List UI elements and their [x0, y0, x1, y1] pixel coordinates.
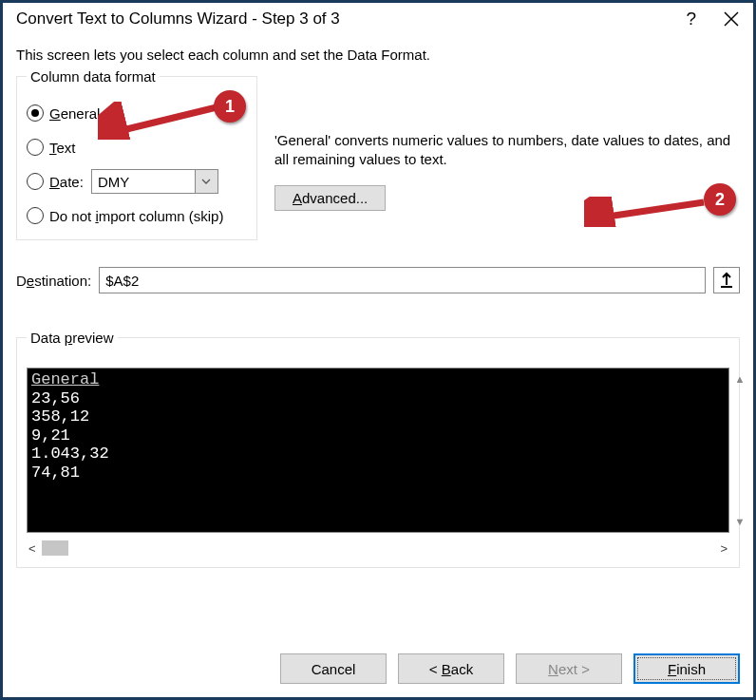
chevron-down-icon: [201, 179, 211, 184]
collapse-dialog-icon: [719, 272, 734, 289]
radio-label: Date:: [49, 174, 84, 190]
preview-row: 358,12: [31, 407, 725, 426]
preview-frame: General 23,56 358,12 9,21 1.043,32 74,81…: [27, 368, 729, 533]
advanced-button[interactable]: Advanced...: [274, 185, 386, 211]
destination-row: DEstination:: [16, 267, 740, 293]
scroll-right-icon[interactable]: >: [718, 541, 729, 556]
preview-box[interactable]: General 23,56 358,12 9,21 1.043,32 74,81: [27, 368, 729, 533]
radio-icon: [27, 104, 44, 122]
window-title: Convert Text to Columns Wizard - Step 3 …: [16, 9, 340, 28]
preview-column-header: General: [31, 370, 725, 389]
wizard-dialog: Convert Text to Columns Wizard - Step 3 …: [0, 0, 756, 700]
close-icon: [723, 10, 740, 28]
help-button[interactable]: ?: [686, 9, 696, 29]
destination-input[interactable]: [99, 267, 706, 293]
radio-icon: [27, 173, 44, 190]
dialog-content: This screen lets you select each column …: [3, 39, 753, 568]
annotation-badge-2: 2: [704, 183, 736, 216]
preview-row: 1.043,32: [31, 445, 725, 464]
format-area: Column data format General Text Date: DM…: [16, 76, 740, 240]
radio-label: Do not import column (skip): [49, 208, 223, 224]
format-legend: Column data format: [27, 68, 160, 85]
destination-label: DEstination:: [16, 273, 91, 289]
close-button[interactable]: [723, 10, 740, 28]
format-info-text: 'General' converts numeric values to num…: [274, 131, 740, 170]
scroll-track[interactable]: [42, 540, 715, 556]
scroll-left-icon[interactable]: <: [27, 541, 38, 556]
radio-date[interactable]: Date: DMY: [27, 167, 247, 196]
next-button: Next >: [516, 653, 622, 684]
finish-button[interactable]: Finish: [633, 653, 740, 684]
format-info: 'General' converts numeric values to num…: [274, 76, 740, 211]
instruction-text: This screen lets you select each column …: [16, 47, 740, 63]
button-row: Cancel < Back Next > Finish: [280, 653, 740, 684]
range-picker-button[interactable]: [713, 267, 740, 293]
data-preview-group: Data preview General 23,56 358,12 9,21 1…: [16, 337, 740, 568]
date-format-select[interactable]: DMY: [91, 169, 218, 194]
vertical-scrollbar[interactable]: ▲ ▼: [731, 368, 748, 533]
radio-text[interactable]: Text: [27, 133, 247, 161]
preview-row: 23,56: [31, 389, 725, 408]
preview-row: 9,21: [31, 426, 725, 445]
radio-icon: [27, 139, 44, 156]
preview-legend: Data preview: [27, 330, 118, 346]
annotation-badge-1: 1: [214, 90, 246, 123]
scroll-up-icon[interactable]: ▲: [731, 368, 748, 390]
radio-skip[interactable]: Do not import column (skip): [27, 201, 247, 230]
back-button[interactable]: < Back: [398, 653, 504, 684]
date-format-value: DMY: [92, 170, 195, 193]
scroll-thumb[interactable]: [42, 540, 68, 556]
radio-icon: [27, 207, 44, 224]
advanced-row: Advanced...: [274, 185, 740, 211]
cancel-button[interactable]: Cancel: [280, 653, 387, 684]
dropdown-button[interactable]: [195, 170, 217, 193]
window-controls: ?: [686, 9, 740, 29]
horizontal-scrollbar[interactable]: < >: [27, 539, 729, 558]
scroll-down-icon[interactable]: ▼: [731, 510, 748, 533]
titlebar: Convert Text to Columns Wizard - Step 3 …: [3, 3, 753, 39]
radio-label: General: [49, 105, 100, 122]
radio-label: Text: [49, 140, 76, 156]
preview-row: 74,81: [31, 464, 725, 482]
